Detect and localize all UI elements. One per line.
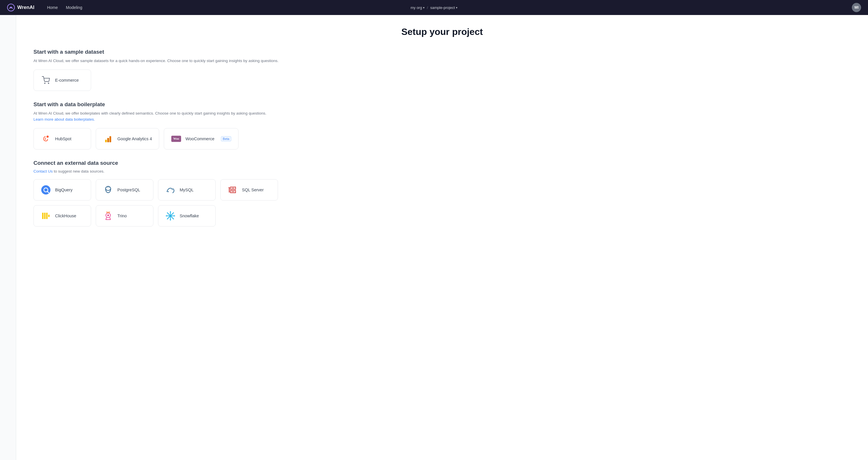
svg-line-27 (110, 218, 111, 220)
sidebar (0, 15, 16, 460)
contact-us-link[interactable]: Contact Us (33, 169, 53, 173)
breadcrumb-separator: / (427, 5, 428, 10)
svg-rect-7 (107, 138, 109, 142)
card-mysql-label: MySQL (180, 188, 193, 192)
svg-point-25 (107, 214, 109, 216)
cart-icon (41, 75, 51, 85)
card-postgresql[interactable]: PostgreSQL (96, 179, 153, 201)
card-sqlserver-label: SQL Server (242, 188, 264, 192)
logo-text: WrenAI (17, 5, 34, 10)
svg-rect-22 (46, 213, 48, 219)
boilerplate-cards: HubSpot Google Analytics 4 (33, 128, 851, 149)
data-boilerplate-desc: At Wren AI Cloud, we offer boilerplates … (33, 111, 851, 122)
breadcrumb-project-label: sample-project (430, 5, 455, 10)
sample-dataset-desc: At Wren AI Cloud, we offer sample datase… (33, 58, 851, 64)
mysql-icon (165, 185, 176, 195)
card-ga4-label: Google Analytics 4 (117, 137, 152, 141)
sqlserver-icon (227, 185, 238, 195)
logo-icon (7, 3, 15, 11)
svg-point-14 (105, 186, 111, 191)
trino-icon (103, 211, 113, 221)
svg-point-2 (44, 83, 45, 84)
clickhouse-icon (41, 211, 51, 221)
breadcrumb-org-label: my org (411, 5, 422, 10)
ga4-icon (103, 134, 113, 144)
sample-dataset-section: Start with a sample dataset At Wren AI C… (33, 49, 851, 91)
card-clickhouse-label: ClickHouse (55, 213, 76, 218)
svg-line-29 (107, 212, 107, 213)
breadcrumb: my org ▾ / sample-project ▾ (411, 5, 458, 10)
sample-dataset-title: Start with a sample dataset (33, 49, 851, 55)
card-hubspot-label: HubSpot (55, 137, 71, 141)
data-boilerplate-section: Start with a data boilerplate At Wren AI… (33, 101, 851, 149)
card-woocommerce[interactable]: Woo WooCommerce Beta (164, 128, 239, 149)
data-boilerplate-title: Start with a data boilerplate (33, 101, 851, 108)
page-title: Setup your project (33, 27, 851, 37)
svg-point-3 (48, 83, 49, 84)
breadcrumb-project[interactable]: sample-project ▾ (430, 5, 457, 10)
postgresql-icon (103, 185, 113, 195)
chevron-down-icon-2: ▾ (456, 6, 457, 9)
card-woocommerce-label: WooCommerce (185, 137, 214, 141)
svg-point-4 (46, 136, 49, 138)
svg-rect-8 (110, 136, 111, 142)
svg-rect-21 (44, 213, 45, 219)
user-avatar[interactable]: WI (852, 3, 861, 12)
contact-suffix: to suggest new data sources. (54, 169, 105, 173)
bigquery-icon (41, 185, 51, 195)
app-logo[interactable]: WrenAI (7, 3, 34, 11)
card-clickhouse[interactable]: ClickHouse (33, 205, 91, 227)
svg-point-37 (170, 211, 171, 212)
card-mysql[interactable]: MySQL (158, 179, 216, 201)
card-snowflake-label: Snowflake (180, 213, 199, 218)
hubspot-icon (41, 134, 51, 144)
svg-point-40 (174, 215, 175, 217)
svg-rect-20 (42, 213, 43, 219)
card-bigquery[interactable]: BigQuery (33, 179, 91, 201)
svg-rect-6 (105, 140, 107, 142)
svg-point-39 (166, 215, 167, 217)
card-ga4[interactable]: Google Analytics 4 (96, 128, 159, 149)
card-trino-label: Trino (117, 213, 127, 218)
nav-home[interactable]: Home (43, 3, 61, 11)
svg-point-36 (169, 215, 171, 217)
svg-point-38 (170, 219, 171, 221)
sample-dataset-cards: E-commerce (33, 69, 851, 91)
card-sqlserver[interactable]: SQL Server (220, 179, 278, 201)
svg-line-26 (106, 218, 106, 220)
datasource-row-1: BigQuery PostgreSQL (33, 179, 851, 201)
woo-icon: Woo (171, 134, 181, 144)
woocommerce-beta-badge: Beta (221, 136, 231, 141)
card-ecommerce-label: E-commerce (55, 78, 79, 83)
card-ecommerce[interactable]: E-commerce (33, 69, 91, 91)
card-hubspot[interactable]: HubSpot (33, 128, 91, 149)
breadcrumb-org[interactable]: my org ▾ (411, 5, 425, 10)
svg-text:Woo: Woo (173, 137, 179, 140)
contact-text: Contact Us to suggest new data sources. (33, 169, 851, 173)
card-bigquery-label: BigQuery (55, 188, 72, 192)
external-datasource-section: Connect an external data source Contact … (33, 160, 851, 227)
svg-point-15 (167, 191, 169, 192)
datasource-row-2: ClickHouse Trino (33, 205, 851, 227)
svg-line-31 (109, 212, 110, 213)
chevron-down-icon: ▾ (423, 6, 425, 9)
svg-rect-23 (48, 215, 50, 217)
nav-modeling[interactable]: Modeling (63, 3, 86, 11)
card-postgresql-label: PostgreSQL (117, 188, 140, 192)
svg-point-11 (41, 185, 51, 195)
svg-point-1 (10, 7, 11, 8)
card-snowflake[interactable]: Snowflake (158, 205, 216, 227)
boilerplate-learn-more-link[interactable]: Learn more about data boilerplates. (33, 117, 95, 121)
navbar: WrenAI Home Modeling my org ▾ / sample-p… (0, 0, 868, 15)
snowflake-icon (165, 211, 176, 221)
card-trino[interactable]: Trino (96, 205, 153, 227)
external-datasource-title: Connect an external data source (33, 160, 851, 166)
main-content: Setup your project Start with a sample d… (16, 15, 868, 460)
